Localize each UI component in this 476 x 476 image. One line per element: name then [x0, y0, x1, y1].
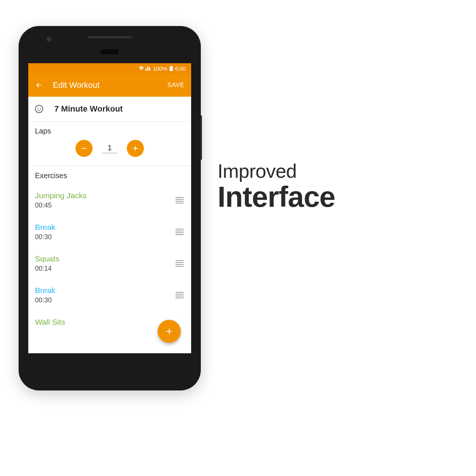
phone-sensor [100, 49, 119, 54]
status-icons [139, 66, 151, 71]
drag-handle-icon[interactable] [176, 260, 184, 267]
smiley-icon [35, 105, 43, 113]
exercise-item[interactable]: Squats 00:14 [28, 248, 191, 279]
laps-plus-button[interactable] [127, 140, 144, 157]
workout-title-row[interactable]: 7 Minute Workout [28, 97, 191, 121]
clock-time: 6:00 [175, 65, 186, 72]
laps-input[interactable] [102, 144, 117, 153]
signal-icon [145, 66, 151, 71]
status-bar: 100% 6:00 [28, 63, 191, 74]
phone-screen: 100% 6:00 Edit Workout SAVE 7 Minute Wor… [28, 63, 191, 353]
exercise-time: 00:30 [35, 233, 176, 241]
laps-label: Laps [28, 122, 191, 140]
laps-minus-button[interactable] [75, 140, 93, 157]
exercises-label: Exercises [28, 166, 191, 184]
svg-rect-0 [170, 67, 173, 71]
phone-frame: 100% 6:00 Edit Workout SAVE 7 Minute Wor… [19, 26, 201, 390]
svg-point-2 [38, 108, 39, 109]
marketing-line2: Interface [218, 182, 335, 211]
marketing-text: Improved Interface [218, 160, 335, 211]
battery-icon [170, 66, 173, 71]
exercise-time: 00:30 [35, 296, 176, 304]
drag-handle-icon[interactable] [176, 292, 184, 298]
exercise-item[interactable]: Jumping Jacks 00:45 [28, 184, 191, 216]
exercise-name: Jumping Jacks [35, 191, 176, 200]
exercise-item[interactable]: Break 00:30 [28, 216, 191, 248]
phone-side-button [200, 115, 202, 160]
exercise-item[interactable]: Break 00:30 [28, 279, 191, 311]
phone-camera [46, 36, 52, 42]
exercise-name: Break [35, 286, 176, 295]
save-button[interactable]: SAVE [167, 81, 184, 89]
svg-point-3 [40, 108, 41, 109]
marketing-line1: Improved [218, 160, 335, 182]
workout-name: 7 Minute Workout [54, 104, 123, 114]
exercise-name: Squats [35, 254, 176, 263]
app-bar: Edit Workout SAVE [28, 74, 191, 97]
drag-handle-icon[interactable] [176, 197, 184, 203]
add-exercise-fab[interactable] [158, 320, 181, 343]
page-title: Edit Workout [53, 80, 157, 90]
exercise-name: Break [35, 223, 176, 232]
battery-percentage: 100% [153, 65, 167, 72]
back-button[interactable] [35, 81, 42, 89]
exercise-time: 00:14 [35, 265, 176, 273]
phone-speaker [87, 36, 132, 38]
exercise-time: 00:45 [35, 202, 176, 209]
laps-controls [28, 140, 191, 166]
svg-rect-1 [171, 66, 172, 67]
drag-handle-icon[interactable] [176, 229, 184, 235]
wifi-icon [139, 66, 144, 71]
